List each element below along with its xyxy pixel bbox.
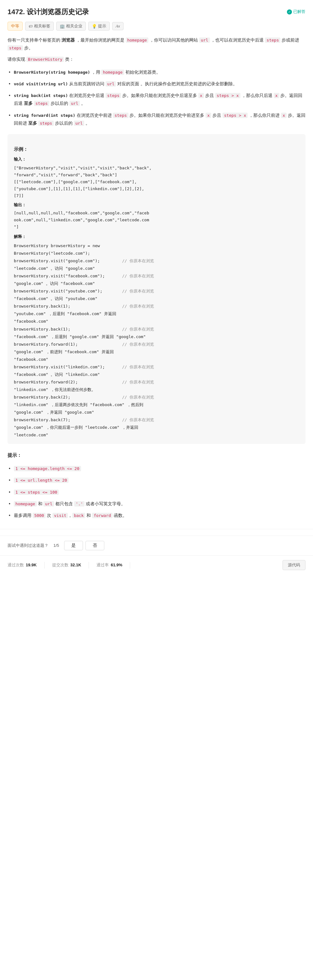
submissions-label: 通过次数 (8, 562, 24, 568)
input-code: ["BrowserHistory","visit","visit","visit… (14, 165, 299, 199)
solved-label: 已解答 (293, 8, 305, 15)
hint-item-5: 最多调用 5000 次 visit，back 和 forward 函数。 (8, 510, 305, 521)
page-title: 1472. 设计浏览器历史记录 (8, 6, 89, 18)
output-label: 输出： (14, 202, 299, 208)
solved-badge: ✓ 已解答 (287, 8, 305, 15)
stat-total: 提交次数 32.1K (52, 562, 89, 568)
tag-ax[interactable]: Ax (112, 22, 123, 30)
method-item-back: string back(int steps) 在浏览历史中后退 steps 步。… (8, 90, 305, 109)
company-icon: 🏢 (60, 24, 65, 29)
no-button[interactable]: 否 (85, 541, 104, 550)
interview-label: 面试中遇到过这道题？ (8, 542, 48, 549)
desc-para2: 请你实现 BrowserHistory 类： (8, 56, 305, 63)
divider-1 (0, 529, 313, 529)
problem-title: 设计浏览器历史记录 (27, 8, 89, 16)
rate-label: 通过率 (96, 562, 109, 568)
hint-item-3: 1 <= steps <= 100 (8, 486, 305, 498)
tags-row: 中等 🏷 相关标签 🏢 相关企业 💡 提示 Ax (8, 22, 305, 30)
hint-item-2: 1 <= url.length <= 20 (8, 474, 305, 486)
explain-label: 解释： (14, 234, 299, 240)
hint-icon: 💡 (92, 24, 97, 29)
tag-icon-tag: 🏷 (28, 24, 33, 29)
stat-submissions: 通过次数 19.9K (8, 562, 44, 568)
interview-section: 面试中遇到过这道题？ 1/5 是 否 (0, 536, 313, 555)
tag-related-company[interactable]: 🏢 相关企业 (56, 22, 86, 30)
hint-item-1: 1 <= homepage.length <= 20 (8, 463, 305, 474)
hints-title: 提示： (8, 452, 305, 459)
method-item-forward: string forward(int steps) 在浏览历史中前进 steps… (8, 110, 305, 129)
desc-para1: 你有一只支持单个标签页的 浏览器 ，最开始你浏览的网页是 homepage ，你… (8, 36, 305, 52)
stat-rate: 通过率 61.9% (96, 562, 130, 568)
tag-difficulty[interactable]: 中等 (8, 22, 23, 30)
method-item-constructor: BrowserHistory(string homepage) ，用 homep… (8, 67, 305, 78)
tag-related-tags[interactable]: 🏷 相关标签 (25, 22, 54, 30)
company-label: 相关企业 (66, 23, 82, 29)
related-tags-label: 相关标签 (34, 23, 50, 29)
hint-item-4: homepage 和 url 都只包含 '.' 或者小写英文字母。 (8, 498, 305, 510)
check-icon: ✓ (287, 10, 292, 14)
hint-label: 提示 (98, 23, 106, 29)
problem-number: 1472. (8, 8, 25, 16)
difficulty-label: 中等 (11, 23, 19, 29)
input-label: 输入： (14, 156, 299, 163)
submissions-value: 19.9K (26, 562, 37, 568)
hints-section: 提示： 1 <= homepage.length <= 20 1 <= url.… (8, 452, 305, 521)
method-item-visit: void visit(string url) 从当前页跳转访问 url 对应的页… (8, 78, 305, 90)
stats-bar: 通过次数 19.9K 提交次数 32.1K 通过率 61.9% 源代码 (0, 555, 313, 574)
method-list: BrowserHistory(string homepage) ，用 homep… (8, 67, 305, 129)
yes-button[interactable]: 是 (64, 541, 83, 550)
explain-code: BrowserHistory browserHistory = new Brow… (14, 242, 299, 439)
hints-list: 1 <= homepage.length <= 20 1 <= url.leng… (8, 463, 305, 521)
source-code-button[interactable]: 源代码 (283, 560, 305, 570)
yn-buttons: 是 否 (64, 541, 104, 550)
rate-value: 61.9% (111, 562, 122, 568)
interview-count: 1/5 (54, 542, 59, 549)
tag-hint[interactable]: 💡 提示 (88, 22, 110, 30)
description: 你有一只支持单个标签页的 浏览器 ，最开始你浏览的网页是 homepage ，你… (8, 36, 305, 129)
total-value: 32.1K (70, 562, 81, 568)
example-title: 示例： (14, 145, 299, 153)
total-label: 提交次数 (52, 562, 68, 568)
ax-label: Ax (115, 24, 120, 29)
output-code: [null,null,null,null,"facebook.com","goo… (14, 210, 299, 231)
example-box: 示例： 输入： ["BrowserHistory","visit","visit… (8, 134, 305, 444)
